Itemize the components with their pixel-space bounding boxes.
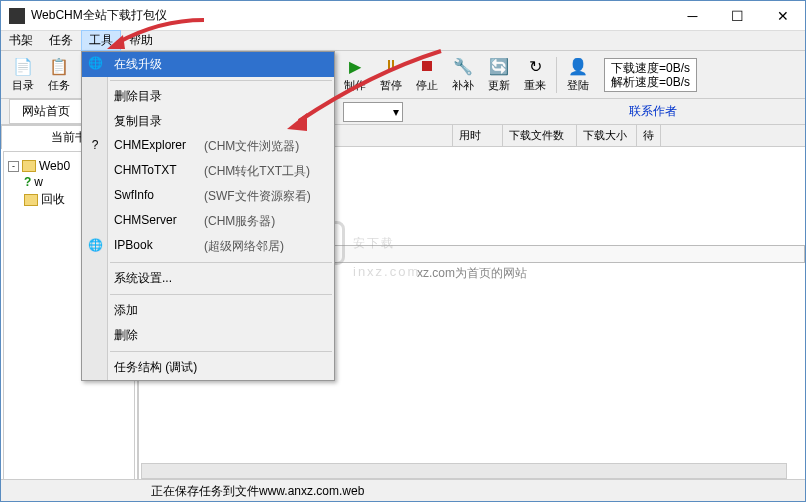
titlebar: WebCHM全站下载打包仪 ─ ☐ ✕ [1, 1, 805, 31]
menu-item-note: (超级网络邻居) [204, 238, 284, 255]
menu-bookshelf[interactable]: 书架 [1, 30, 41, 51]
catalog-icon: 📄 [13, 56, 33, 76]
menu-item--[interactable]: 任务结构 (调试) [82, 355, 334, 380]
menu-item-label: SwfInfo [114, 188, 204, 205]
menu-item--[interactable]: 复制目录 [82, 109, 334, 134]
task-icon: 📋 [49, 56, 69, 76]
status-text: 正在保存任务到文件www.anxz.com.web [151, 484, 364, 498]
menu-item-label: 在线升级 [114, 56, 204, 73]
menu-item-chmtotxt[interactable]: CHMToTXT(CHM转化TXT工具) [82, 159, 334, 184]
menu-separator [110, 351, 332, 352]
menu-item-label: 任务结构 (调试) [114, 359, 204, 376]
refresh-icon: 🔄 [489, 56, 509, 76]
menu-item-label: 添加 [114, 302, 204, 319]
minimize-button[interactable]: ─ [670, 1, 715, 30]
wrench-icon: 🔧 [453, 56, 473, 76]
play-icon: ▶ [345, 56, 365, 76]
tree-label: 回收 [41, 191, 65, 208]
toolbar-make[interactable]: ▶制作 [337, 53, 373, 97]
maximize-button[interactable]: ☐ [715, 1, 760, 30]
menu-separator [110, 262, 332, 263]
watermark-text: 安下载 [353, 235, 395, 252]
col-filecount[interactable]: 下载文件数 [503, 125, 577, 146]
menu-item-note: (CHM服务器) [204, 213, 275, 230]
app-icon [9, 8, 25, 24]
horizontal-scrollbar[interactable] [141, 463, 787, 479]
progress-text: xz.com为首页的网站 [417, 265, 527, 282]
toolbar-catalog[interactable]: 📄 目录 [5, 53, 41, 97]
folder-icon [24, 194, 38, 206]
user-icon: 👤 [568, 56, 588, 76]
toolbar-update[interactable]: 🔄更新 [481, 53, 517, 97]
menu-item--[interactable]: 删除目录 [82, 84, 334, 109]
menu-item--[interactable]: 删除 [82, 323, 334, 348]
menu-item-chmserver[interactable]: CHMServer(CHM服务器) [82, 209, 334, 234]
menu-item-ipbook[interactable]: 🌐IPBook(超级网络邻居) [82, 234, 334, 259]
stop-icon: ⏹ [417, 56, 437, 76]
folder-icon [22, 160, 36, 172]
contact-link[interactable]: 联系作者 [629, 103, 677, 120]
parse-speed: 解析速度=0B/s [611, 75, 690, 89]
menu-item-swfinfo[interactable]: SwfInfo(SWF文件资源察看) [82, 184, 334, 209]
toolbar-patch[interactable]: 🔧补补 [445, 53, 481, 97]
toolbar-redo[interactable]: ↻重来 [517, 53, 553, 97]
speed-display: 下载速度=0B/s 解析速度=0B/s [604, 58, 697, 92]
menu-item-label: 删除 [114, 327, 204, 344]
tools-dropdown: 🌐在线升级删除目录复制目录?CHMExplorer(CHM文件浏览器)CHMTo… [81, 51, 335, 381]
menu-item-chmexplorer[interactable]: ?CHMExplorer(CHM文件浏览器) [82, 134, 334, 159]
col-pending[interactable]: 待 [637, 125, 661, 146]
menu-item-label: CHMToTXT [114, 163, 204, 180]
menu-item--[interactable]: 系统设置... [82, 266, 334, 291]
col-size[interactable]: 下载大小 [577, 125, 637, 146]
menu-item-label: 系统设置... [114, 270, 204, 287]
menu-separator [110, 80, 332, 81]
menu-item-label: CHMExplorer [114, 138, 204, 155]
toolbar-separator [556, 57, 557, 93]
menu-item-icon: 🌐 [87, 237, 103, 253]
toolbar-pause[interactable]: ⏸暂停 [373, 53, 409, 97]
col-time[interactable]: 用时 [453, 125, 503, 146]
menu-item-label: IPBook [114, 238, 204, 255]
menu-separator [110, 294, 332, 295]
menu-item-icon: ? [87, 137, 103, 153]
pause-icon: ⏸ [381, 56, 401, 76]
menu-help[interactable]: 帮助 [121, 30, 161, 51]
menu-item-label: CHMServer [114, 213, 204, 230]
toolbar-login[interactable]: 👤登陆 [560, 53, 596, 97]
expand-icon[interactable]: - [8, 161, 19, 172]
app-window: WebCHM全站下载打包仪 ─ ☐ ✕ 书架 任务 工具 帮助 📄 目录 📋 任… [0, 0, 806, 502]
menu-item-note: (CHM文件浏览器) [204, 138, 299, 155]
tree-label: w [34, 175, 43, 189]
combo-dropdown[interactable]: ▾ [343, 102, 403, 122]
menu-item-label: 复制目录 [114, 113, 204, 130]
menu-item--[interactable]: 🌐在线升级 [82, 52, 334, 77]
question-icon: ? [24, 175, 31, 189]
menu-item-icon: 🌐 [87, 55, 103, 71]
close-button[interactable]: ✕ [760, 1, 805, 30]
chevron-down-icon: ▾ [393, 105, 399, 119]
menubar: 书架 任务 工具 帮助 [1, 31, 805, 51]
tree-label: Web0 [39, 159, 70, 173]
download-speed: 下载速度=0B/s [611, 61, 690, 75]
menu-item-note: (SWF文件资源察看) [204, 188, 311, 205]
menu-item-label: 删除目录 [114, 88, 204, 105]
menu-tools[interactable]: 工具 [81, 30, 121, 51]
watermark-sub: inxz.com [353, 264, 420, 279]
menu-task[interactable]: 任务 [41, 30, 81, 51]
window-title: WebCHM全站下载打包仪 [31, 7, 670, 24]
homepage-tab[interactable]: 网站首页 [9, 99, 83, 124]
menu-item--[interactable]: 添加 [82, 298, 334, 323]
toolbar-task[interactable]: 📋 任务 [41, 53, 77, 97]
toolbar-stop[interactable]: ⏹停止 [409, 53, 445, 97]
redo-icon: ↻ [525, 56, 545, 76]
statusbar: 正在保存任务到文件www.anxz.com.web [1, 479, 805, 501]
menu-item-note: (CHM转化TXT工具) [204, 163, 310, 180]
